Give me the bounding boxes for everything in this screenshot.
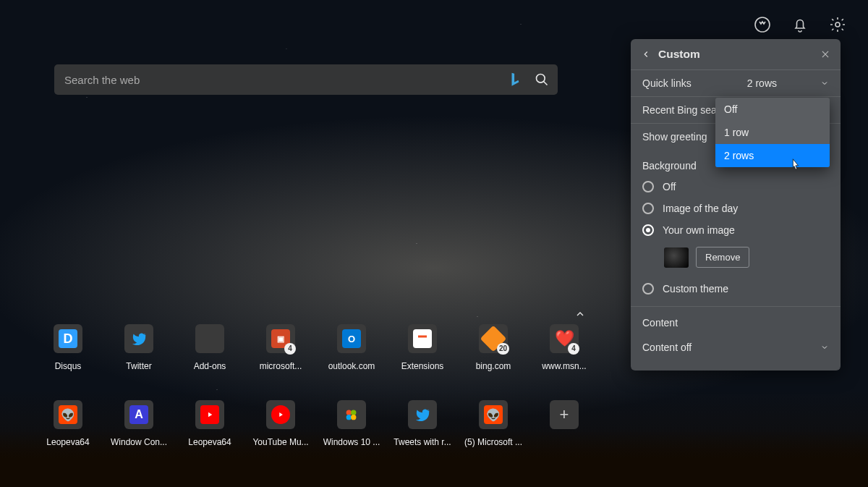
quick-link-tile[interactable]: 20bing.com [458,324,529,371]
page-settings-panel: Custom Quick links 2 rows Recent Bing se… [631,39,841,370]
tile-label: Add-ons [194,361,226,371]
tile-label: bing.com [476,361,511,371]
content-heading: Content [631,310,841,333]
quick-link-tile[interactable]: Tweets with r... [387,400,458,447]
tile-icon [195,324,224,353]
quick-links-dropdown-popup: Off1 row2 rows [715,98,830,167]
tile-label: Tweets with r... [393,437,451,447]
tile-label: Extensions [401,361,444,371]
search-icon[interactable] [535,72,549,87]
svg-point-10 [351,415,356,420]
tile-label: Window Con... [111,437,167,447]
tile-icon [408,324,437,353]
bg-option-off[interactable]: Off [631,176,841,198]
radio-icon [642,283,654,295]
dropdown-value: 2 rows [747,77,777,89]
row-content-off[interactable]: Content off [631,333,841,362]
dropdown-option[interactable]: Off [715,98,830,121]
custom-theme-label: Custom theme [663,283,728,295]
tile-icon [408,400,437,429]
quick-link-tile[interactable]: 👽Leopeva64 [33,400,103,447]
collapse-tiles-button[interactable] [571,305,589,323]
quick-link-tile[interactable]: Add-ons [174,324,245,371]
tile-icon: O [337,324,366,353]
quick-link-tile[interactable]: DDisqus [33,324,103,371]
svg-marker-6 [279,412,283,417]
svg-point-8 [351,410,356,415]
tile-label: (5) Microsoft ... [464,437,522,447]
chevron-down-icon [820,343,829,352]
tile-icon: 👽 [479,400,508,429]
tile-label: Disqus [55,361,82,371]
show-greeting-label: Show greeting [642,131,707,143]
tile-label: Leopeva64 [46,437,89,447]
tile-label: Leopeva64 [188,437,231,447]
tile-label: microsoft... [260,361,302,371]
panel-title: Custom [658,48,700,61]
svg-point-9 [346,415,352,420]
top-toolbar [754,16,846,33]
remove-image-button[interactable]: Remove [696,247,749,268]
quick-link-tile[interactable]: AWindow Con... [103,400,174,447]
quick-links-label: Quick links [642,77,692,89]
settings-icon[interactable] [829,16,846,33]
quick-link-tile[interactable]: ❤️4www.msn... [529,324,600,371]
quick-link-tile[interactable]: 👽(5) Microsoft ... [458,400,529,447]
quick-link-tile[interactable]: Windows 10 ... [316,400,387,447]
tile-badge: 4 [568,343,579,355]
tile-icon: 👽 [54,400,82,429]
content-off-label: Content off [642,342,692,353]
radio-icon [642,203,654,214]
quick-link-tile[interactable]: YouTube Mu... [245,400,316,447]
radio-icon [642,181,654,192]
tile-label: Twitter [126,361,151,371]
tile-icon: D [54,324,82,353]
add-quick-link[interactable]: + [529,400,600,447]
tile-label: Windows 10 ... [323,437,380,447]
bing-icon [509,72,522,88]
tile-badge: 4 [284,343,296,355]
search-input[interactable] [63,73,509,87]
quick-link-tile[interactable]: Twitter [103,324,174,371]
bg-option-custom-theme[interactable]: Custom theme [631,278,841,303]
close-icon[interactable] [820,49,830,59]
panel-header: Custom [631,39,841,70]
search-box[interactable] [54,64,558,95]
back-icon[interactable] [641,49,651,59]
own-image-thumbnail[interactable] [664,247,689,268]
radio-icon [642,224,654,236]
tile-badge: 20 [497,343,509,355]
tile-label: YouTube Mu... [252,437,308,447]
own-image-controls: Remove [631,241,841,278]
divider [631,306,841,307]
tile-icon [124,324,153,353]
quick-link-tile[interactable]: Extensions [387,324,458,371]
quick-link-tile[interactable]: ▣4microsoft... [245,324,316,371]
quick-link-tile[interactable]: Ooutlook.com [316,324,387,371]
svg-point-1 [835,22,840,27]
tile-icon [337,400,366,429]
tile-label [563,437,565,447]
bg-option-image-of-day[interactable]: Image of the day [631,198,841,219]
notifications-icon[interactable] [791,16,809,33]
bg-iotd-label: Image of the day [663,203,738,214]
rewards-icon[interactable] [754,16,771,33]
dropdown-option[interactable]: 2 rows [715,144,830,167]
quick-link-tile[interactable]: Leopeva64 [174,400,245,447]
bg-own-label: Your own image [663,224,735,236]
svg-rect-4 [418,336,427,338]
tile-label: outlook.com [328,361,375,371]
bg-option-own-image[interactable]: Your own image [631,219,841,241]
svg-marker-5 [208,412,212,418]
chevron-down-icon [820,79,829,88]
svg-point-0 [755,17,770,32]
quick-links-dropdown[interactable]: 2 rows [747,77,829,89]
tile-icon: A [124,400,153,429]
dropdown-option[interactable]: 1 row [715,121,830,144]
tile-label: www.msn... [542,361,586,371]
quick-links-grid: DDisqusTwitterAdd-ons▣4microsoft...Ooutl… [33,324,600,447]
tile-icon [195,400,224,429]
svg-point-2 [537,75,545,83]
row-quick-links: Quick links 2 rows [631,70,841,97]
bg-off-label: Off [663,181,676,192]
